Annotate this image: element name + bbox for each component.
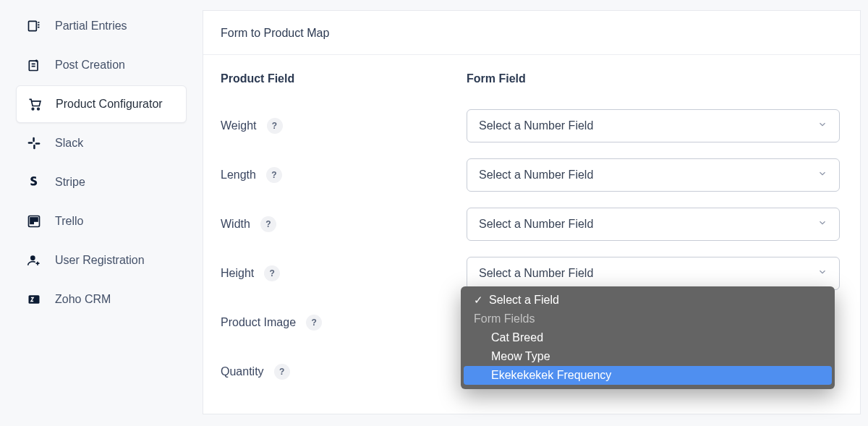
sidebar-item-label: Product Configurator — [56, 98, 163, 111]
trello-icon — [26, 214, 42, 229]
chevron-down-icon — [817, 119, 827, 132]
header-form-field: Form Field — [467, 72, 843, 85]
help-icon[interactable]: ? — [274, 364, 290, 380]
svg-rect-6 — [33, 145, 35, 150]
columns-header: Product Field Form Field — [221, 72, 843, 85]
svg-rect-10 — [35, 218, 38, 221]
header-product-field: Product Field — [221, 72, 467, 85]
label-length: Length — [221, 169, 256, 182]
sidebar-item-label: Post Creation — [55, 59, 125, 72]
sidebar-item-slack[interactable]: Slack — [16, 124, 187, 162]
select-placeholder: Select a Number Field — [479, 267, 593, 280]
cart-icon — [27, 97, 43, 111]
sidebar-item-label: Zoho CRM — [55, 293, 111, 306]
help-icon[interactable]: ? — [260, 216, 276, 232]
select-placeholder: Select a Number Field — [479, 169, 593, 182]
sidebar-item-stripe[interactable]: Stripe — [16, 163, 187, 201]
dropdown-selected-option[interactable]: Select a Field — [461, 291, 835, 310]
svg-point-3 — [38, 108, 40, 110]
sidebar-item-zoho-crm[interactable]: Zoho CRM — [16, 281, 187, 318]
chevron-down-icon — [817, 267, 827, 280]
sidebar-item-label: User Registration — [55, 254, 145, 267]
svg-point-2 — [32, 108, 34, 110]
user-add-icon — [26, 253, 42, 268]
label-width: Width — [221, 218, 250, 231]
select-placeholder: Select a Number Field — [479, 218, 593, 231]
label-quantity: Quantity — [221, 365, 264, 378]
dropdown-option-cat-breed[interactable]: Cat Breed — [464, 328, 832, 347]
label-height: Height — [221, 267, 254, 280]
help-icon[interactable]: ? — [264, 265, 280, 281]
chevron-down-icon — [817, 218, 827, 231]
sidebar-item-label: Slack — [55, 137, 83, 150]
svg-rect-12 — [29, 295, 40, 304]
sidebar-item-label: Stripe — [55, 176, 85, 189]
row-width: Width ? Select a Number Field — [221, 200, 843, 249]
row-weight: Weight ? Select a Number Field — [221, 101, 843, 150]
slack-icon — [26, 136, 42, 150]
select-weight[interactable]: Select a Number Field — [467, 109, 840, 142]
svg-point-11 — [30, 255, 35, 260]
svg-rect-7 — [35, 142, 41, 145]
svg-rect-5 — [28, 142, 33, 144]
sidebar-item-label: Partial Entries — [55, 20, 127, 33]
select-length[interactable]: Select a Number Field — [467, 158, 840, 192]
svg-rect-0 — [29, 21, 37, 30]
stripe-icon — [26, 175, 42, 189]
sidebar-item-user-registration[interactable]: User Registration — [16, 242, 187, 279]
sidebar: Partial Entries Post Creation Product Co… — [0, 0, 203, 426]
chevron-down-icon — [817, 169, 827, 182]
help-icon[interactable]: ? — [267, 118, 283, 134]
zoho-icon — [26, 292, 42, 307]
svg-rect-9 — [30, 218, 33, 223]
sidebar-item-trello[interactable]: Trello — [16, 203, 187, 240]
partial-entries-icon — [26, 19, 42, 33]
svg-rect-1 — [29, 61, 38, 70]
select-height[interactable]: Select a Number Field — [467, 257, 840, 290]
help-icon[interactable]: ? — [266, 167, 282, 183]
select-placeholder: Select a Number Field — [479, 119, 593, 132]
post-creation-icon — [26, 58, 42, 72]
label-weight: Weight — [221, 119, 257, 132]
select-width[interactable]: Select a Number Field — [467, 208, 840, 241]
dropdown-group-label: Form Fields — [461, 310, 835, 328]
sidebar-item-label: Trello — [55, 215, 83, 228]
sidebar-item-product-configurator[interactable]: Product Configurator — [16, 85, 187, 123]
sidebar-item-post-creation[interactable]: Post Creation — [16, 46, 187, 84]
dropdown-option-meow-type[interactable]: Meow Type — [464, 347, 832, 366]
label-product-image: Product Image — [221, 316, 296, 329]
panel-title: Form to Product Map — [203, 11, 860, 55]
dropdown-option-ekekekekek-frequency[interactable]: Ekekekekek Frequency — [464, 366, 832, 385]
help-icon[interactable]: ? — [306, 315, 322, 331]
sidebar-item-partial-entries[interactable]: Partial Entries — [16, 7, 187, 45]
dropdown-product-image: Select a Field Form Fields Cat Breed Meo… — [461, 286, 835, 389]
row-length: Length ? Select a Number Field — [221, 150, 843, 200]
svg-rect-4 — [33, 137, 35, 142]
